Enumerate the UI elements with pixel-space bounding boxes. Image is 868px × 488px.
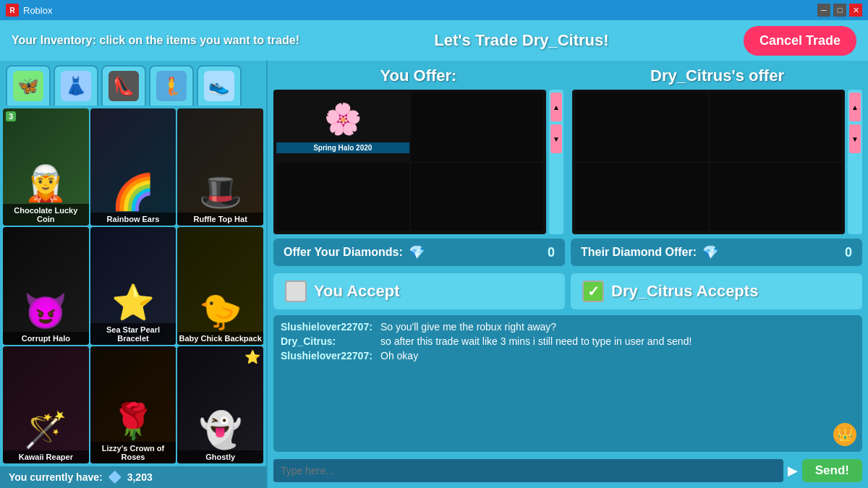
- app-title: Roblox: [23, 5, 52, 16]
- chat-input[interactable]: [273, 459, 783, 482]
- cursor-icon: ▶: [788, 463, 798, 479]
- item-avatar: 😈: [24, 287, 67, 329]
- you-diamonds-value: 0: [548, 245, 555, 260]
- offer-empty-slot: [575, 93, 708, 161]
- send-button[interactable]: Send!: [802, 459, 862, 482]
- filter-tab-butterfly[interactable]: 🦋: [6, 65, 51, 106]
- item-avatar: 🌹: [111, 397, 155, 439]
- offer-empty-slot: [710, 93, 843, 161]
- item-label: Ghostly: [177, 450, 263, 463]
- you-offer-title: You Offer:: [273, 67, 563, 85]
- inventory-label: Your Inventory: click on the items you w…: [12, 34, 299, 47]
- dry-citrus-offer-section: Dry_Citrus's offer ▲ ▼: [572, 67, 862, 234]
- chat-sender: Slushielover22707:: [281, 350, 375, 361]
- list-item[interactable]: ⭐ Sea Star Pearl Bracelet: [90, 227, 176, 344]
- item-label: Kawaii Reaper: [3, 450, 89, 463]
- chat-message: Dry_Citrus: so after this trade wait lik…: [281, 335, 855, 347]
- list-item[interactable]: ⭐ 👻 Ghostly: [177, 346, 263, 463]
- shoes-icon: 👟: [204, 71, 234, 101]
- dry-citrus-offer-grid: [572, 90, 845, 234]
- inventory-bottom: You currently have: 3,203: [0, 466, 266, 488]
- item-badge: 3: [6, 111, 16, 121]
- item-label: Ruffle Top Hat: [177, 213, 263, 226]
- item-label: Corrupt Halo: [3, 332, 89, 345]
- chat-message: Slushielover22707: So you'll give me the…: [281, 321, 855, 333]
- item-avatar: ⭐: [111, 278, 155, 320]
- you-offer-scroll: ▲ ▼: [549, 90, 563, 234]
- chat-text: so after this trade wait like 3 mins i s…: [380, 335, 692, 347]
- checkmark-icon: ✓: [587, 283, 600, 300]
- filter-tab-heels[interactable]: 👠: [101, 65, 146, 106]
- list-item[interactable]: 😈 Corrupt Halo: [3, 227, 89, 344]
- you-offer-grid-container: 🌸 Spring Halo 2020 ▲ ▼: [273, 90, 563, 234]
- you-accept-box[interactable]: You Accept: [273, 273, 565, 309]
- offer-item-label: Spring Halo 2020: [276, 142, 409, 153]
- list-item[interactable]: 🌈 Rainbow Ears: [90, 108, 176, 226]
- title-bar: R Roblox ─ □ ✕: [0, 0, 868, 20]
- list-item[interactable]: 🌸 Spring Halo 2020: [276, 93, 409, 161]
- dry-citrus-accept-box[interactable]: ✓ Dry_Citrus Accepts: [571, 273, 862, 309]
- offer-empty-slot: [411, 93, 544, 161]
- offers-row: You Offer: 🌸 Spring Halo 2020: [268, 61, 868, 234]
- filter-tab-mermaid[interactable]: 🧜: [149, 65, 194, 106]
- dry-citrus-scroll-down[interactable]: ▼: [849, 124, 861, 153]
- item-label: Rainbow Ears: [90, 213, 176, 226]
- chat-text: So you'll give me the robux right away?: [380, 321, 556, 333]
- chat-icon-area: 👑: [833, 423, 856, 446]
- offer-empty-slot: [575, 163, 708, 231]
- window-controls: ─ □ ✕: [817, 4, 862, 17]
- chat-sender: Dry_Citrus:: [281, 335, 375, 347]
- you-offer-grid: 🌸 Spring Halo 2020: [273, 90, 546, 234]
- you-accept-checkbox[interactable]: [285, 281, 307, 302]
- list-item[interactable]: 🌹 Lizzy's Crown of Roses: [90, 346, 176, 463]
- cancel-trade-button[interactable]: Cancel Trade: [744, 26, 856, 56]
- item-avatar: 🐤: [199, 287, 242, 329]
- filter-tab-shoes[interactable]: 👟: [197, 65, 242, 106]
- chat-sender: Slushielover22707:: [281, 321, 375, 333]
- item-avatar: 🌈: [111, 168, 155, 210]
- list-item[interactable]: 3 🧝 Chocolate Lucky Coin: [3, 108, 89, 226]
- you-offer-scroll-up[interactable]: ▲: [550, 93, 562, 121]
- inventory-grid: 3 🧝 Chocolate Lucky Coin 🌈 Rainbow Ears …: [0, 106, 266, 466]
- title-bar-left: R Roblox: [6, 4, 52, 17]
- butterfly-icon: 🦋: [13, 71, 43, 101]
- diamond-gem-icon: 💎: [409, 244, 425, 260]
- diamond-icon-small: [109, 471, 122, 484]
- list-item[interactable]: 🪄 Kawaii Reaper: [3, 346, 89, 463]
- chat-area: Slushielover22707: So you'll give me the…: [273, 315, 862, 452]
- item-label: Lizzy's Crown of Roses: [90, 442, 176, 463]
- you-offer-section: You Offer: 🌸 Spring Halo 2020: [273, 67, 563, 234]
- item-label: Sea Star Pearl Bracelet: [90, 323, 176, 345]
- dry-citrus-accept-checkbox[interactable]: ✓: [582, 281, 604, 302]
- item-avatar: 🪄: [24, 406, 67, 448]
- minimize-button[interactable]: ─: [817, 4, 830, 17]
- offer-divider: [563, 67, 572, 234]
- heels-icon: 👠: [109, 71, 139, 101]
- main-container: Your Inventory: click on the items you w…: [0, 20, 868, 488]
- offer-empty-slot: [411, 163, 544, 231]
- chat-input-row: ▶ Send!: [268, 456, 868, 488]
- diamond-gem-icon2: 💎: [702, 244, 718, 260]
- offer-empty-slot: [710, 163, 843, 231]
- item-label: Chocolate Lucky Coin: [3, 204, 89, 226]
- list-item[interactable]: 🎩 Ruffle Top Hat: [177, 108, 263, 226]
- item-avatar: 👻: [199, 406, 242, 448]
- you-offer-scroll-down[interactable]: ▼: [550, 124, 562, 153]
- item-label: Baby Chick Backpack: [177, 332, 263, 345]
- item-avatar: 🧝: [24, 159, 67, 201]
- filter-tab-dress[interactable]: 👗: [54, 65, 98, 106]
- you-diamonds-box: Offer Your Diamonds: 💎 0: [273, 239, 565, 266]
- dry-citrus-offer-grid-container: ▲ ▼: [572, 90, 862, 234]
- offer-item-emoji: 🌸: [324, 101, 362, 142]
- list-item[interactable]: 🐤 Baby Chick Backpack: [177, 227, 263, 344]
- dry-citrus-offer-scroll: ▲ ▼: [848, 90, 862, 234]
- inventory-count-value: 3,203: [127, 471, 153, 483]
- maximize-button[interactable]: □: [833, 4, 846, 17]
- diamonds-row: Offer Your Diamonds: 💎 0 Their Diamond O…: [268, 234, 868, 270]
- dry-citrus-scroll-up[interactable]: ▲: [849, 93, 861, 121]
- chat-crown-icon: 👑: [833, 423, 856, 446]
- filter-tabs: 🦋 👗 👠 🧜 👟: [0, 61, 266, 106]
- chat-message: Slushielover22707: Oh okay: [281, 350, 855, 361]
- item-avatar: 🎩: [199, 168, 242, 210]
- close-button[interactable]: ✕: [849, 4, 862, 17]
